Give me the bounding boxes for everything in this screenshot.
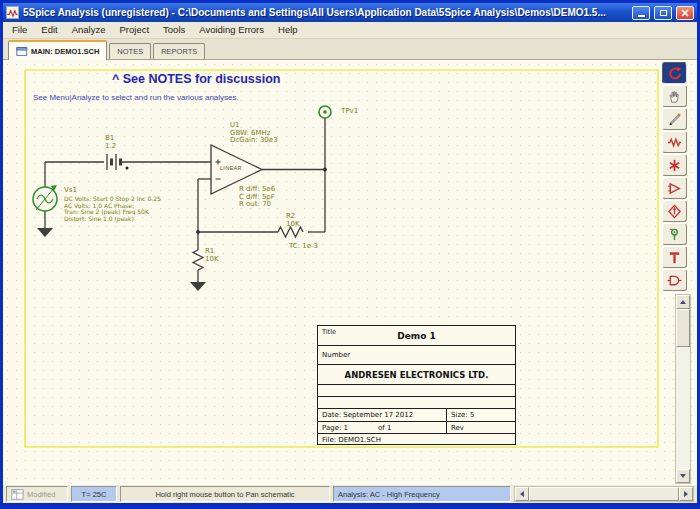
menu-tools[interactable]: Tools: [156, 22, 192, 38]
testpoint-symbol[interactable]: [319, 106, 331, 118]
title-block[interactable]: Title Demo 1 Number ANDRESEN ELECTRONICS…: [317, 325, 516, 445]
battery-labels[interactable]: B1 1.2: [105, 135, 116, 150]
opamp-param: R out: 70: [239, 201, 275, 209]
analysis-panel[interactable]: Analysis: AC - High Frequency: [333, 486, 511, 502]
tab-main-label: MAIN: DEMO1.SCH: [31, 47, 99, 56]
r2-value: 10K: [286, 221, 300, 229]
opamp-labels-top[interactable]: U1 GBW: 6MHz DcGain: 30e3: [230, 122, 278, 145]
r2-tc-label: TC: 1e-3: [289, 243, 318, 251]
menu-analyze[interactable]: Analyze: [65, 22, 113, 38]
analysis-text: Analysis: AC - High Frequency: [338, 490, 440, 499]
scroll-up-button[interactable]: [676, 295, 690, 309]
title-block-row-file: File: DEMO1.SCH: [318, 434, 515, 446]
scroll-left-button[interactable]: [515, 487, 529, 501]
schematic-canvas[interactable]: ^ See NOTES for discussion See Menu|Anal…: [3, 60, 697, 484]
tab-notes-label: NOTES: [117, 47, 143, 56]
tab-main-schematic[interactable]: MAIN: DEMO1.SCH: [8, 40, 107, 60]
file-value: File: DEMO1.SCH: [322, 436, 381, 444]
menu-edit[interactable]: Edit: [34, 22, 64, 38]
minimize-button[interactable]: [632, 6, 650, 20]
company-name: ANDRESEN ELECTRONICS LTD.: [318, 370, 515, 380]
menu-file[interactable]: File: [5, 22, 34, 38]
page-value: Page: 1: [322, 424, 348, 432]
title-block-row-number: Number: [318, 346, 515, 365]
ground-symbols: [37, 228, 206, 291]
subcircuit-tool-button[interactable]: [662, 269, 687, 291]
arrow-up-icon: [680, 300, 686, 304]
pan-tool-button[interactable]: [662, 85, 687, 107]
pencil-icon: [667, 112, 682, 127]
temperature-panel[interactable]: T= 25C: [71, 486, 117, 502]
testpoint-label[interactable]: TPv1: [341, 108, 358, 116]
vertical-scroll-track[interactable]: [676, 347, 690, 469]
arrow-down-icon: [680, 474, 686, 478]
maximize-icon: [660, 10, 667, 16]
wire-tool-button[interactable]: [662, 108, 687, 130]
horizontal-scroll-thumb[interactable]: [529, 487, 679, 501]
gate-icon: [667, 273, 682, 288]
tab-reports-label: REPORTS: [161, 47, 197, 56]
source-tool-button[interactable]: [662, 200, 687, 222]
arrow-left-icon: [520, 491, 524, 497]
menu-project[interactable]: Project: [113, 22, 157, 38]
opamp-tool-button[interactable]: [662, 177, 687, 199]
source-param-distort: Distort: Sine 1.0 (peak): [64, 216, 161, 223]
close-icon: [681, 9, 689, 17]
tabbar: MAIN: DEMO1.SCH NOTES REPORTS: [3, 39, 697, 60]
source-icon: [667, 204, 682, 219]
testpoint-tool-button[interactable]: [662, 223, 687, 245]
resistor-icon: [667, 135, 682, 150]
maximize-button[interactable]: [654, 6, 672, 20]
schematic-window-icon: [16, 46, 28, 57]
source-param-labels[interactable]: DC Volts: Start 0 Stop 2 Inc 0.25 AC Vol…: [64, 196, 161, 222]
star-icon: [667, 158, 682, 173]
modified-panel: Modified: [6, 486, 68, 502]
title-block-row-page: Page: 1 of 1 Rev: [318, 422, 515, 434]
vertical-scroll-thumb[interactable]: [676, 309, 690, 347]
vertical-scrollbar[interactable]: [675, 294, 691, 484]
title-block-row-date: Date: September 17 2012 Size: 5: [318, 409, 515, 422]
opamp-labels-bottom[interactable]: R diff: 5e6 C diff: 5pF R out: 70: [239, 186, 275, 209]
app-icon: [6, 6, 19, 19]
tab-notes[interactable]: NOTES: [109, 43, 151, 59]
r1-value: 10K: [205, 256, 219, 264]
source-symbol[interactable]: [33, 185, 57, 211]
number-label: Number: [322, 351, 350, 359]
opamp-param: DcGain: 30e3: [230, 137, 278, 145]
resistor-tool-button[interactable]: [662, 131, 687, 153]
title-block-row-title: Title Demo 1: [318, 326, 515, 346]
menu-avoiding-errors[interactable]: Avoiding Errors: [192, 22, 271, 38]
rotate-icon: [667, 66, 682, 81]
opamp-mode-label: LINEAR: [220, 165, 242, 171]
scroll-down-button[interactable]: [676, 469, 690, 483]
part-star-tool-button[interactable]: [662, 154, 687, 176]
document-grid-icon: [11, 488, 24, 501]
menu-help[interactable]: Help: [271, 22, 305, 38]
minimize-icon: [638, 15, 645, 17]
r2-labels[interactable]: R2 10K: [286, 213, 300, 228]
source-ref-label[interactable]: Vs1: [64, 187, 77, 195]
scroll-right-button[interactable]: [679, 487, 693, 501]
horizontal-scrollbar[interactable]: [514, 486, 694, 502]
rotate-tool-button[interactable]: [662, 62, 687, 84]
app-window: 5Spice Analysis (unregistered) - C:\Docu…: [0, 0, 700, 509]
modified-label: Modified: [27, 490, 55, 499]
notes-heading: ^ See NOTES for discussion: [112, 72, 280, 86]
tab-reports[interactable]: REPORTS: [153, 43, 205, 59]
size-value: Size: 5: [446, 409, 515, 421]
close-button[interactable]: [676, 6, 694, 20]
statusbar: Modified T= 25C Hold right mouse button …: [3, 484, 697, 503]
hand-icon: [667, 89, 682, 104]
hint-panel: Hold right mouse button to Pan schematic: [120, 486, 330, 502]
text-icon: [667, 250, 682, 265]
text-tool-button[interactable]: [662, 246, 687, 268]
title-block-row-company: ANDRESEN ELECTRONICS LTD.: [318, 365, 515, 385]
arrow-right-icon: [684, 491, 688, 497]
r1-labels[interactable]: R1 10K: [205, 248, 219, 263]
titlebar[interactable]: 5Spice Analysis (unregistered) - C:\Docu…: [3, 3, 697, 22]
window-title: 5Spice Analysis (unregistered) - C:\Docu…: [23, 7, 628, 18]
testpoint-icon: [667, 227, 682, 242]
title-value: Demo 1: [318, 331, 515, 341]
opamp-icon: [667, 181, 682, 196]
notes-subheading: See Menu|Analyze to select and run the v…: [33, 93, 239, 102]
